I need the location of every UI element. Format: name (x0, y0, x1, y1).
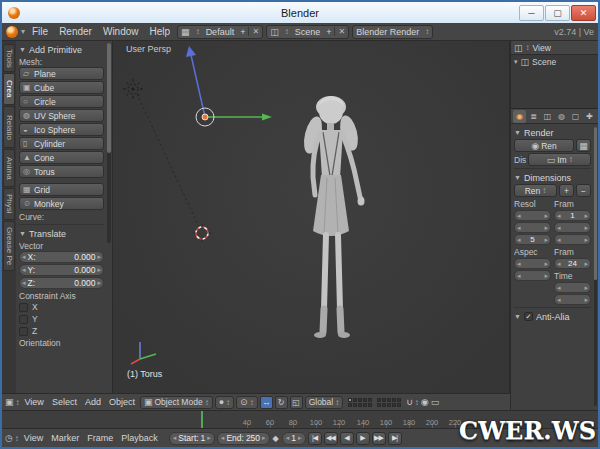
decrement-arrow-icon[interactable]: ◂ (557, 224, 561, 232)
tab-create[interactable]: Crea (3, 73, 15, 105)
translate-y-field[interactable]: ◂ Y: 0.000 ▸ (19, 264, 104, 276)
mode-value[interactable]: Object Mode (154, 397, 202, 407)
scene-remove-button[interactable]: ✕ (334, 27, 348, 36)
menu-render[interactable]: Render (55, 25, 96, 38)
viewport-menu-object[interactable]: Object (106, 397, 138, 407)
tab-object-icon[interactable]: ▢ (569, 110, 582, 123)
layout-remove-button[interactable]: ✕ (248, 27, 262, 36)
disclosure-icon[interactable]: ▾ (514, 58, 518, 66)
layer-cell[interactable] (353, 398, 357, 402)
layer-cell-active[interactable] (348, 398, 352, 402)
viewport-menu-select[interactable]: Select (49, 397, 80, 407)
render-animation-button[interactable]: ▦ (576, 139, 591, 152)
scene-add-button[interactable]: + (323, 27, 334, 37)
translate-z-field[interactable]: ◂ Z: 0.000 ▸ (19, 277, 104, 289)
add-cube-button[interactable]: ▣Cube (19, 81, 104, 94)
increment-arrow-icon[interactable]: ▸ (584, 224, 588, 232)
start-frame-field[interactable]: ◂ Start: 1 ▸ (169, 432, 215, 445)
render-engine-selector[interactable]: Blender Render ↕ (352, 25, 433, 39)
decrement-arrow-icon[interactable]: ◂ (22, 279, 26, 287)
manipulator-rotate-toggle[interactable]: ↻ (275, 396, 288, 409)
translate-x-field[interactable]: ◂ X: 0.000 ▸ (19, 251, 104, 263)
panel-translate-header[interactable]: ▼ Translate (19, 227, 104, 240)
mode-selector[interactable]: ▣ Object Mode ↕ (140, 396, 213, 409)
layer-cell[interactable] (397, 403, 401, 407)
increment-arrow-icon[interactable]: ▸ (584, 212, 588, 220)
viewport-menu-view[interactable]: View (22, 397, 47, 407)
increment-arrow-icon[interactable]: ▸ (584, 284, 588, 292)
add-uv-sphere-button[interactable]: ◍UV Sphere (19, 109, 104, 122)
tab-relations[interactable]: Relatio (3, 106, 15, 148)
play-button[interactable]: ▶ (356, 432, 370, 445)
next-keyframe-button[interactable]: ▶▶ (372, 432, 386, 445)
tab-animation[interactable]: Anima (3, 149, 15, 187)
layer-cell[interactable] (368, 403, 372, 407)
anti-aliasing-checkbox[interactable]: ✓ (524, 312, 533, 321)
layer-cell[interactable] (387, 398, 391, 402)
properties-scrollbar[interactable] (594, 127, 597, 406)
maximize-button[interactable]: ▢ (545, 5, 570, 21)
decrement-arrow-icon[interactable]: ◂ (557, 284, 561, 292)
layer-cell[interactable] (392, 398, 396, 402)
decrement-arrow-icon[interactable]: ◂ (557, 236, 561, 244)
increment-arrow-icon[interactable]: ▸ (298, 434, 302, 442)
display-value[interactable]: Im (557, 155, 566, 165)
layer-cell[interactable] (377, 403, 381, 407)
tab-constraints-icon[interactable]: ✚ (583, 110, 596, 123)
close-button[interactable]: ✕ (571, 5, 596, 21)
viewport-menu-add[interactable]: Add (82, 397, 104, 407)
render-still-button[interactable]: ◉ Ren (514, 139, 574, 152)
layers-widget[interactable] (348, 398, 401, 407)
panel-add-primitive-header[interactable]: ▼ Add Primitive (19, 43, 104, 56)
snap-dropdown-icon[interactable]: ↕ (415, 398, 419, 407)
current-frame-field[interactable]: ◂ 1 ▸ (282, 432, 306, 445)
increment-arrow-icon[interactable]: ▸ (544, 236, 548, 244)
layer-cell[interactable] (358, 403, 362, 407)
increment-arrow-icon[interactable]: ▸ (97, 279, 101, 287)
tool-shelf-scrollbar[interactable] (107, 43, 111, 243)
add-grid-button[interactable]: ▦Grid (19, 183, 104, 196)
layer-cell[interactable] (363, 398, 367, 402)
keyframe-icon[interactable]: ◆ (272, 434, 280, 443)
preset-value[interactable]: Ren (525, 186, 541, 196)
add-monkey-button[interactable]: ☺Monkey (19, 197, 104, 210)
minimize-button[interactable]: ─ (519, 5, 544, 21)
time-new-field[interactable]: ◂▸ (554, 294, 591, 305)
snap-magnet-icon[interactable]: ∪ (406, 397, 413, 407)
increment-arrow-icon[interactable]: ▸ (544, 260, 548, 268)
decrement-arrow-icon[interactable]: ◂ (517, 272, 521, 280)
scrollbar-thumb[interactable] (594, 127, 597, 280)
preset-remove-button[interactable]: − (576, 184, 591, 197)
layer-cell[interactable] (377, 398, 381, 402)
orientation-selector[interactable]: Global ↕ (305, 396, 344, 409)
blender-menu-icon[interactable] (6, 26, 18, 38)
tab-grease-pencil[interactable]: Grease Pe (3, 221, 15, 271)
scene-selector[interactable]: ◫ ↕ Scene + ✕ (266, 25, 349, 39)
aspect-x-field[interactable]: ◂▸ (514, 258, 551, 269)
tab-render-layers-icon[interactable]: ≣ (527, 110, 540, 123)
constraint-x-checkbox[interactable] (19, 303, 28, 312)
layer-cell[interactable] (348, 403, 352, 407)
timeline-menu-frame[interactable]: Frame (84, 433, 116, 443)
tab-scene-icon[interactable]: ◫ (541, 110, 554, 123)
increment-arrow-icon[interactable]: ▸ (584, 260, 588, 268)
jump-to-end-button[interactable]: ▶| (388, 432, 402, 445)
render-opengl-anim-icon[interactable]: ▭ (431, 397, 440, 407)
orientation-value[interactable]: Global (309, 397, 334, 407)
increment-arrow-icon[interactable]: ▸ (544, 272, 548, 280)
increment-arrow-icon[interactable]: ▸ (207, 434, 211, 442)
decrement-arrow-icon[interactable]: ◂ (517, 224, 521, 232)
decrement-arrow-icon[interactable]: ◂ (22, 266, 26, 274)
menu-help[interactable]: Help (146, 25, 175, 38)
layout-add-button[interactable]: + (237, 27, 248, 37)
decrement-arrow-icon[interactable]: ◂ (173, 434, 177, 442)
menu-window[interactable]: Window (99, 25, 143, 38)
add-plane-button[interactable]: ▱Plane (19, 67, 104, 80)
frame-end-field[interactable]: ◂▸ (554, 222, 591, 233)
layer-cell[interactable] (368, 398, 372, 402)
aspect-y-field[interactable]: ◂▸ (514, 270, 551, 281)
manipulator-scale-toggle[interactable]: ◱ (290, 396, 303, 409)
increment-arrow-icon[interactable]: ▸ (544, 212, 548, 220)
add-torus-button[interactable]: ◎Torus (19, 165, 104, 178)
frame-start-field[interactable]: ◂1▸ (554, 210, 591, 221)
